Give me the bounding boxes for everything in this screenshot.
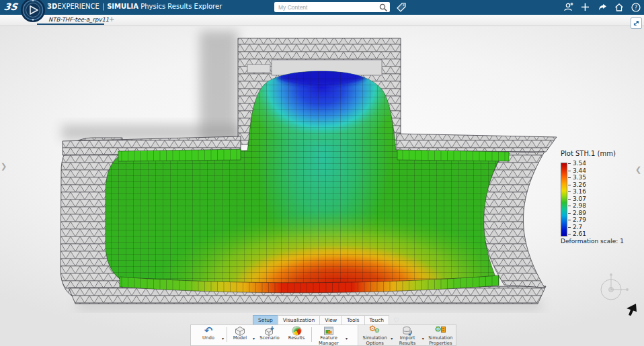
legend-value: 3.26: [568, 182, 586, 188]
legend-value: 2.79: [568, 217, 586, 223]
ribbon-tab-setup[interactable]: Setup: [253, 315, 278, 325]
legend-title: Plot STH.1 (mm): [561, 150, 640, 157]
svg-text:?: ?: [634, 4, 637, 11]
search-input[interactable]: [274, 2, 390, 12]
ribbon-toolbar: ↶ Undo ▾ Model ▾: [190, 325, 456, 346]
undo-button[interactable]: ↶ Undo: [196, 325, 220, 345]
help-button[interactable]: ?: [630, 1, 641, 13]
legend-value: 2.98: [568, 203, 586, 209]
new-tab-button[interactable]: +: [109, 15, 114, 23]
import-results-dropdown[interactable]: ▾: [421, 331, 426, 345]
undo-icon: ↶: [204, 326, 213, 336]
compass-play-button[interactable]: [18, 0, 48, 26]
3ds-logo-icon: 3S: [3, 1, 18, 12]
legend-value: 3.07: [568, 196, 586, 202]
tag-icon[interactable]: [395, 1, 407, 13]
legend-value: 3.54: [568, 161, 586, 167]
model-viewport[interactable]: ❯ ❮: [0, 26, 644, 346]
view-compass[interactable]: [601, 273, 629, 300]
feature-manager-button[interactable]: Feature Manager: [313, 325, 344, 345]
ribbon-tab-touch[interactable]: Touch: [364, 315, 390, 325]
simulation-properties-icon: ⚙: [434, 326, 446, 336]
legend-value: 3.44: [568, 168, 586, 174]
home-button[interactable]: [613, 1, 625, 13]
scenario-button[interactable]: Scenario: [256, 325, 283, 345]
left-panel-toggle-icon[interactable]: ❯: [1, 163, 7, 170]
deformation-scale-label: Deformation scale: 1: [561, 238, 640, 245]
legend-value: 2.7: [568, 224, 586, 230]
document-tab-bar: NTB-THF-tee-a_rpv11 +: [0, 15, 644, 26]
expand-viewport-button[interactable]: [631, 17, 642, 29]
simulation-options-icon: ⚙⚙: [369, 326, 381, 336]
ribbon-section-simulation: ⚙⚙ Simulation Options ▾ Import Results: [358, 325, 456, 345]
model-button[interactable]: Model: [229, 325, 251, 345]
legend-colorbar: [561, 163, 567, 236]
document-tab[interactable]: NTB-THF-tee-a_rpv11: [48, 16, 109, 23]
undo-dropdown[interactable]: ▾: [220, 331, 225, 345]
mouse-cursor: [627, 304, 637, 316]
feature-manager-dropdown[interactable]: ▾: [344, 331, 349, 345]
ribbon-tab-visualization[interactable]: Visualization: [278, 315, 320, 325]
notification-badge: [571, 3, 573, 5]
model-dropdown[interactable]: ▾: [251, 331, 256, 345]
legend-value: 2.61: [568, 231, 586, 237]
share-button[interactable]: [596, 1, 608, 13]
app-window: ❯ ❮ Plot STH.1 (mm) 3.54 3.44 3.35 3.26 …: [0, 0, 644, 346]
legend-tick-labels: 3.54 3.44 3.35 3.26 3.16 3.07 2.98 2.89 …: [568, 161, 586, 237]
search-icon[interactable]: [378, 3, 388, 12]
results-button[interactable]: Results: [283, 325, 310, 345]
contour-legend: Plot STH.1 (mm) 3.54 3.44 3.35 3.26 3.16…: [561, 150, 640, 245]
ribbon-tab-tools[interactable]: Tools: [341, 315, 364, 325]
simulation-options-button[interactable]: ⚙⚙ Simulation Options: [360, 325, 389, 345]
add-content-button[interactable]: [579, 1, 591, 13]
simulation-options-dropdown[interactable]: ▾: [389, 331, 394, 345]
user-account-button[interactable]: [563, 1, 574, 13]
ribbon-tab-view[interactable]: View: [319, 315, 342, 325]
import-results-button[interactable]: Import Results: [394, 325, 420, 345]
fea-model: [0, 26, 644, 346]
app-title: 3DEXPERIENCE|SIMULIA Physics Results Exp…: [47, 3, 222, 10]
feature-manager-icon: [323, 326, 334, 336]
top-app-bar: 3S 3DEXPERIENCE|SIMULIA Physics Results …: [0, 0, 644, 15]
results-sphere-icon: [292, 327, 301, 335]
ribbon-tab-strip: Setup Visualization View Tools Touch ♡: [253, 315, 399, 325]
toolbar-separator: [311, 327, 312, 342]
simulation-properties-button[interactable]: ⚙ Simulation Properties: [426, 325, 456, 345]
legend-value: 2.89: [568, 210, 586, 216]
expand-icon: [632, 19, 641, 28]
legend-value: 3.35: [568, 175, 586, 181]
favorites-heart-icon[interactable]: ♡: [393, 316, 399, 324]
toolbar-separator: [227, 327, 227, 342]
ribbon-section-main: ↶ Undo ▾ Model ▾: [191, 325, 358, 345]
legend-value: 3.16: [568, 189, 586, 195]
